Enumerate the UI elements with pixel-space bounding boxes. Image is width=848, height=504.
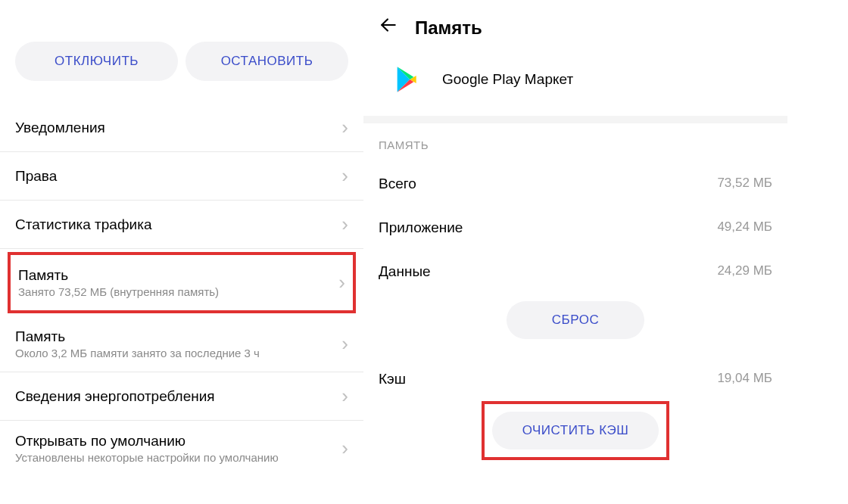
item-title: Память: [15, 328, 341, 345]
row-value: 73,52 МБ: [717, 176, 772, 192]
back-arrow-icon[interactable]: [379, 15, 398, 40]
cache-row: Кэш 19,04 МБ: [379, 357, 772, 401]
reset-button-wrap: СБРОС: [379, 294, 772, 357]
item-subtitle: Занято 73,52 МБ (внутренняя память): [18, 285, 338, 298]
section-label: ПАМЯТЬ: [379, 131, 772, 162]
disable-button[interactable]: ОТКЛЮЧИТЬ: [15, 42, 178, 81]
storage-detail-panel: Память Google Play Маркет ПАМЯТЬ Всего 7…: [363, 0, 787, 504]
chevron-right-icon: ›: [341, 437, 348, 460]
clear-cache-highlight: ОЧИСТИТЬ КЭШ: [482, 401, 670, 460]
row-value: 24,29 МБ: [717, 263, 772, 280]
row-key: Данные: [379, 263, 431, 280]
total-row: Всего 73,52 МБ: [379, 162, 772, 206]
permissions-item[interactable]: Права ›: [0, 152, 363, 201]
item-title: Уведомления: [15, 120, 341, 136]
chevron-right-icon: ›: [341, 384, 348, 408]
action-buttons-row: ОТКЛЮЧИТЬ ОСТАНОВИТЬ: [0, 0, 363, 104]
app-name-label: Google Play Маркет: [442, 71, 573, 88]
chevron-right-icon: ›: [341, 164, 348, 188]
app-row: Google Play Маркет: [379, 58, 772, 116]
section-divider: [363, 116, 787, 123]
reset-button[interactable]: СБРОС: [507, 301, 644, 339]
open-by-default-item[interactable]: Открывать по умолчанию Установлены некот…: [0, 421, 363, 476]
power-usage-item[interactable]: Сведения энергопотребления ›: [0, 372, 363, 421]
chevron-right-icon: ›: [338, 271, 345, 294]
item-title: Сведения энергопотребления: [15, 388, 341, 405]
storage-item-highlight: Память Занято 73,52 МБ (внутренняя памят…: [8, 252, 356, 313]
item-title: Открывать по умолчанию: [15, 433, 341, 450]
item-title: Память: [18, 267, 338, 284]
row-key: Кэш: [379, 371, 406, 387]
row-value: 49,24 МБ: [717, 219, 772, 236]
chevron-right-icon: ›: [341, 332, 348, 356]
row-key: Всего: [379, 176, 416, 192]
item-subtitle: Установлены некоторые настройки по умолч…: [15, 451, 341, 464]
chevron-right-icon: ›: [341, 213, 348, 236]
memory-item[interactable]: Память Около 3,2 МБ памяти занято за пос…: [0, 316, 363, 372]
google-play-icon: [392, 64, 422, 95]
row-value: 19,04 МБ: [717, 371, 772, 387]
data-row: Данные 24,29 МБ: [379, 250, 772, 294]
app-info-panel: ОТКЛЮЧИТЬ ОСТАНОВИТЬ Уведомления › Права…: [0, 0, 363, 504]
header-bar: Память: [379, 0, 772, 58]
stop-button[interactable]: ОСТАНОВИТЬ: [186, 42, 348, 81]
clear-cache-button[interactable]: ОЧИСТИТЬ КЭШ: [492, 412, 659, 450]
traffic-stats-item[interactable]: Статистика трафика ›: [0, 201, 363, 249]
app-size-row: Приложение 49,24 МБ: [379, 206, 772, 250]
notifications-item[interactable]: Уведомления ›: [0, 104, 363, 152]
item-title: Права: [15, 168, 341, 185]
chevron-right-icon: ›: [341, 116, 348, 139]
row-key: Приложение: [379, 219, 463, 236]
item-title: Статистика трафика: [15, 216, 341, 233]
storage-item[interactable]: Память Занято 73,52 МБ (внутренняя памят…: [11, 255, 353, 310]
item-subtitle: Около 3,2 МБ памяти занято за последние …: [15, 347, 341, 359]
page-title: Память: [415, 17, 482, 39]
